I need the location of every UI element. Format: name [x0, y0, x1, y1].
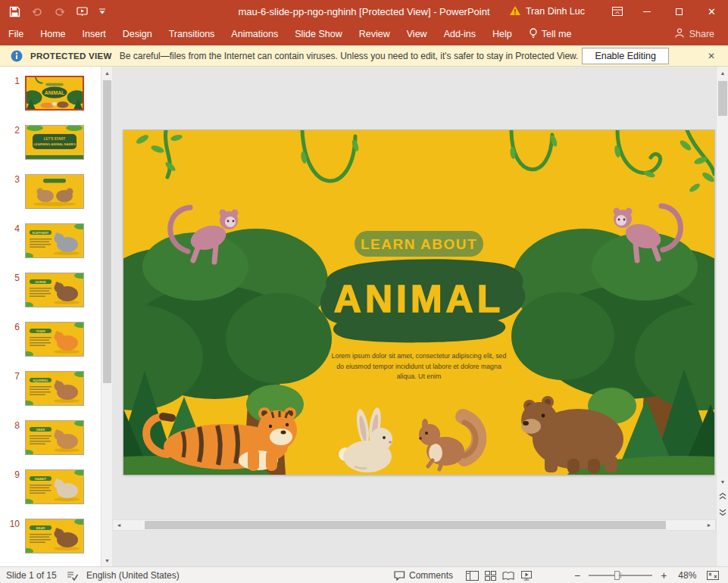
ribbon-tab-review[interactable]: Review — [351, 23, 398, 45]
slide-thumbnail-5[interactable]: HORSE — [25, 273, 84, 307]
protected-view-banner: PROTECTED VIEW Be careful—files from the… — [0, 45, 728, 67]
ribbon-tab-insert[interactable]: Insert — [74, 23, 114, 45]
slide-number: 8 — [3, 420, 20, 431]
ribbon-tab-home[interactable]: Home — [32, 23, 73, 45]
ribbon-tab-design[interactable]: Design — [114, 23, 161, 45]
slide-number: 6 — [3, 322, 20, 332]
slide-thumbnail-10[interactable]: BEAR — [25, 519, 84, 553]
slideshow-view-icon[interactable] — [518, 567, 535, 583]
comments-button[interactable]: Comments — [394, 567, 453, 583]
minimize-button[interactable] — [630, 0, 663, 23]
scroll-left-icon[interactable]: ◄ — [113, 520, 125, 530]
slide-number: 2 — [3, 125, 20, 136]
scroll-right-icon[interactable]: ► — [703, 520, 715, 530]
quick-access-toolbar — [0, 6, 129, 17]
svg-text:HORSE: HORSE — [35, 280, 46, 284]
slide-thumbnail-8[interactable]: DEER — [25, 420, 84, 455]
slide-thumbnail-3[interactable] — [25, 174, 84, 209]
signed-in-user[interactable]: Tran Dinh Luc — [509, 5, 585, 18]
thumbnail-scrollbar-thumb[interactable] — [103, 80, 111, 383]
main-region: 1ANIMAL2LET'S STARTLEARNING ANIMAL NAMES… — [0, 67, 728, 566]
info-shield-icon — [11, 50, 23, 62]
svg-text:ELEPHANT: ELEPHANT — [33, 231, 49, 235]
tell-me-tab[interactable]: Tell me — [520, 28, 580, 41]
ribbon-tab-add-ins[interactable]: Add-ins — [436, 23, 484, 45]
view-switcher — [464, 567, 535, 583]
slide-number: 10 — [3, 519, 20, 529]
ribbon-display-options-icon[interactable] — [605, 7, 630, 16]
scroll-up-icon[interactable]: ▲ — [717, 67, 728, 79]
slide-number: 1 — [3, 76, 20, 86]
protected-view-message: Be careful—files from the Internet can c… — [120, 51, 579, 61]
thumbnail-row: 7SQUIRREL — [0, 371, 101, 420]
slide-thumbnail-4[interactable]: ELEPHANT — [25, 223, 84, 258]
user-name: Tran Dinh Luc — [526, 6, 585, 17]
undo-icon[interactable] — [31, 6, 43, 17]
thumbnail-row: 6TIGER — [0, 322, 101, 371]
thumbnail-row: 8DEER — [0, 420, 101, 469]
slide-kicker-text[interactable]: LEARN ABOUT — [361, 236, 477, 252]
svg-text:RABBIT: RABBIT — [35, 477, 47, 481]
slide-title-text[interactable]: ANIMAL — [334, 278, 504, 320]
slide-number: 5 — [3, 273, 20, 283]
slide-editor-area: LEARN ABOUT ANIMAL Lorem ipsum dolor sit… — [112, 67, 716, 566]
thumb-scroll-up-icon[interactable]: ▲ — [102, 67, 113, 79]
slide-thumbnail-1[interactable]: ANIMAL — [25, 76, 84, 111]
zoom-slider-thumb[interactable] — [614, 571, 620, 580]
ribbon-tab-bar: FileHomeInsertDesignTransitionsAnimation… — [0, 23, 728, 45]
slide-sorter-view-icon[interactable] — [482, 567, 498, 583]
slide-thumbnail-7[interactable]: SQUIRREL — [25, 371, 84, 406]
fit-to-window-icon[interactable] — [705, 567, 721, 583]
customize-qat-icon[interactable] — [99, 8, 106, 14]
thumb-scroll-down-icon[interactable]: ▼ — [102, 554, 113, 566]
thumbnail-list: 1ANIMAL2LET'S STARTLEARNING ANIMAL NAMES… — [0, 67, 101, 566]
thumbnail-scrollbar[interactable]: ▲ ▼ — [101, 67, 112, 566]
language-indicator[interactable]: English (United States) — [86, 567, 180, 583]
share-button[interactable]: Share — [674, 28, 714, 40]
previous-slide-button[interactable] — [717, 488, 728, 504]
vertical-scrollbar-thumb[interactable] — [718, 81, 727, 116]
slide-canvas[interactable]: LEARN ABOUT ANIMAL Lorem ipsum dolor sit… — [123, 130, 714, 475]
next-slide-button[interactable] — [717, 504, 728, 521]
slide-thumbnail-9[interactable]: RABBIT — [25, 469, 84, 504]
save-icon[interactable] — [9, 6, 20, 17]
reading-view-icon[interactable] — [500, 567, 517, 583]
maximize-button[interactable] — [663, 0, 695, 23]
zoom-slider[interactable] — [589, 575, 652, 576]
svg-text:ANIMAL: ANIMAL — [45, 90, 64, 95]
horizontal-scrollbar-thumb[interactable] — [145, 521, 666, 529]
slide-number: 3 — [3, 174, 20, 185]
title-bar: mau-6-slide-pp-ngo-nghinh [Protected Vie… — [0, 0, 728, 23]
ribbon-tab-view[interactable]: View — [398, 23, 436, 45]
thumbnail-row: 9RABBIT — [0, 469, 101, 519]
ribbon-tab-file[interactable]: File — [0, 23, 32, 45]
zoom-controls: − + 48% — [574, 567, 721, 583]
vertical-scrollbar[interactable]: ▲ ▼ — [716, 67, 728, 566]
redo-icon[interactable] — [54, 6, 66, 17]
slide-indicator[interactable]: Slide 1 of 15 — [6, 567, 57, 583]
enable-editing-button[interactable]: Enable Editing — [582, 48, 669, 64]
zoom-level[interactable]: 48% — [670, 570, 696, 581]
slide-body-line: do eiusmod tempor incididunt ut labore e… — [336, 363, 501, 370]
horizontal-scrollbar[interactable]: ◄ ► — [112, 519, 716, 531]
start-slideshow-icon[interactable] — [77, 6, 89, 17]
slide-body-line: Lorem ipsum dolor sit amet, consectetur … — [332, 352, 507, 360]
zoom-in-button[interactable]: + — [661, 569, 667, 581]
ribbon-tab-animations[interactable]: Animations — [223, 23, 286, 45]
banner-close-icon[interactable]: ✕ — [702, 45, 720, 67]
slide-thumbnail-6[interactable]: TIGER — [25, 322, 84, 357]
svg-text:LEARNING ANIMAL NAMES: LEARNING ANIMAL NAMES — [33, 142, 76, 146]
slide-thumbnail-2[interactable]: LET'S STARTLEARNING ANIMAL NAMES — [25, 125, 84, 160]
zoom-out-button[interactable]: − — [574, 569, 580, 581]
ribbon-tab-help[interactable]: Help — [484, 23, 520, 45]
scroll-down-icon[interactable]: ▼ — [717, 475, 728, 488]
close-button[interactable]: ✕ — [695, 0, 728, 23]
slide-body-line: aliqua. Ut enim — [397, 373, 442, 380]
ribbon-tab-transitions[interactable]: Transitions — [161, 23, 223, 45]
slide-thumbnail-panel: 1ANIMAL2LET'S STARTLEARNING ANIMAL NAMES… — [0, 67, 101, 566]
normal-view-icon[interactable] — [464, 567, 480, 583]
warning-icon — [509, 5, 521, 18]
ribbon-tab-slide-show[interactable]: Slide Show — [286, 23, 351, 45]
thumbnail-row: 1ANIMAL — [0, 76, 101, 125]
spellcheck-icon[interactable] — [67, 567, 78, 583]
